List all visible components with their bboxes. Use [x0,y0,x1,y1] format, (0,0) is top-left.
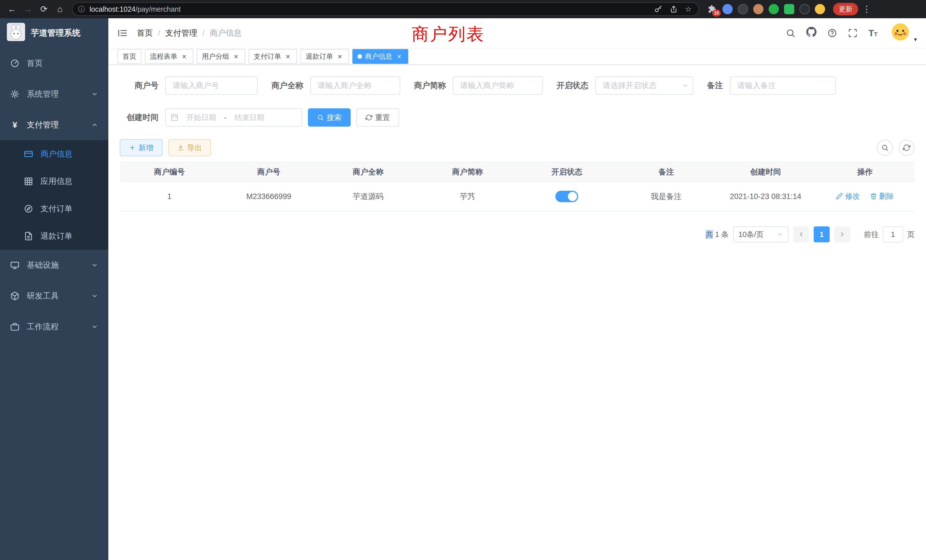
sidebar-item-refund-order[interactable]: 退款订单 [0,222,108,250]
annotation-merchant-list: 商户列表 [412,23,485,46]
end-date-input[interactable] [229,113,270,122]
dashboard-icon [10,59,20,68]
pencil-icon [836,193,843,200]
yen-icon: ¥ [10,120,20,130]
sidebar-item-devtools[interactable]: 研发工具 [0,281,108,311]
close-icon[interactable]: × [232,53,240,60]
sidebar-item-payment[interactable]: ¥ 支付管理 [0,109,108,140]
breadcrumb-payment[interactable]: 支付管理 [165,28,197,38]
reload-icon[interactable]: ⟳ [36,0,51,18]
merchant-no-input[interactable] [165,76,258,95]
grid-icon [24,177,33,186]
edit-button[interactable]: 修改 [836,191,860,201]
font-size-icon[interactable]: TT [869,29,878,38]
chevron-down-icon [91,292,98,300]
tab-process-form[interactable]: 流程表单× [145,49,193,64]
cell-short-name: 芋艿 [418,182,517,211]
search-icon [881,144,889,151]
fullscreen-icon[interactable] [848,28,858,38]
app-logo[interactable]: 芋道管理系统 [0,18,108,48]
sidebar-item-label: 首页 [27,58,43,69]
forward-icon[interactable]: → [21,0,35,18]
extension-icon-dark2[interactable] [799,4,809,14]
back-icon[interactable]: ← [5,0,20,18]
bookmark-star-icon[interactable]: ☆ [685,5,691,14]
sidebar-toggle-icon[interactable] [118,28,128,38]
prev-page-button[interactable] [793,226,809,242]
github-icon[interactable] [806,27,817,39]
sidebar-item-merchant-info[interactable]: 商户信息 [0,140,108,168]
status-select-input[interactable] [595,76,693,95]
sidebar-item-system[interactable]: 系统管理 [0,79,108,109]
extension-icon-avatar[interactable] [753,4,764,14]
chevron-down-icon [91,91,98,97]
sidebar-item-label: 研发工具 [27,291,59,301]
tab-merchant-info[interactable]: 商户信息× [353,49,408,64]
add-button[interactable]: 新增 [120,139,162,156]
short-name-input[interactable] [453,76,543,95]
full-name-input[interactable] [310,76,400,95]
share-icon[interactable] [670,5,678,13]
cell-full-name: 芋道源码 [318,182,418,211]
url-path: /pay/merchant [135,5,180,13]
page-1-button[interactable]: 1 [814,226,830,242]
cell-create-time: 2021-10-23 08:31:14 [716,182,816,211]
delete-button[interactable]: 删除 [870,191,894,201]
extension-icon-yellow-avatar[interactable] [815,4,825,14]
next-page-button[interactable] [834,226,850,242]
date-range-picker[interactable]: - [165,108,302,127]
sidebar: 芋道管理系统 首页 系统管理 ¥ 支付管理 商户信息 [0,18,108,560]
toggle-search-button[interactable] [877,140,893,156]
sidebar-item-home[interactable]: 首页 [0,48,108,79]
address-bar[interactable]: ⓘ localhost:1024/pay/merchant ☆ [72,2,699,16]
tab-refund-order[interactable]: 退款订单× [301,49,349,64]
site-info-icon[interactable]: ⓘ [78,5,85,14]
search-button[interactable]: 搜索 [308,108,351,127]
extension-icon-green-circle[interactable] [769,4,779,14]
remark-input[interactable] [730,76,836,95]
gear-icon [10,89,20,98]
extension-icon-green-square[interactable] [784,4,794,14]
close-icon[interactable]: × [180,53,188,60]
tab-label: 支付订单 [254,52,281,61]
tab-home[interactable]: 首页 [118,49,141,64]
status-select[interactable] [595,76,693,95]
export-button[interactable]: 导出 [168,139,211,156]
user-avatar[interactable]: ▾ [892,23,909,43]
page-size-select[interactable]: 10条/页 [733,226,788,242]
payment-submenu: 商户信息 应用信息 支付订单 退款订单 [0,140,108,250]
sidebar-item-infrastructure[interactable]: 基础设施 [0,250,108,281]
sidebar-item-workflow[interactable]: 工作流程 [0,311,108,342]
start-date-input[interactable] [181,113,222,122]
close-icon[interactable]: × [336,53,344,60]
col-merchant-code: 商户编号 [120,162,219,182]
chevron-up-icon [91,121,98,128]
close-icon[interactable]: × [395,53,403,60]
extensions-puzzle-icon[interactable]: 10 [707,4,717,14]
chrome-update-button[interactable]: 更新 [833,3,858,15]
sidebar-item-app-info[interactable]: 应用信息 [0,168,108,195]
tab-pay-order[interactable]: 支付订单× [249,49,297,64]
total-count-text: 1 条 [713,230,729,239]
cell-remark: 我是备注 [617,182,716,211]
url-text[interactable]: localhost:1024/pay/merchant [89,5,650,14]
close-icon[interactable]: × [284,53,292,60]
goto-page-input[interactable] [883,226,903,242]
logo-image [7,23,25,43]
reset-button[interactable]: 重置 [356,108,399,127]
tab-user-group[interactable]: 用户分组× [197,49,245,64]
cell-status [517,182,617,211]
help-icon[interactable] [828,28,837,38]
breadcrumb-home[interactable]: 首页 [137,28,153,38]
extension-icon-blue[interactable] [722,4,733,14]
search-icon[interactable] [786,28,796,38]
sidebar-item-pay-order[interactable]: 支付订单 [0,195,108,222]
extension-icon-dark[interactable] [738,4,748,14]
col-short-name: 商户简称 [418,162,517,182]
home-icon[interactable]: ⌂ [53,0,67,18]
status-toggle[interactable] [555,191,578,202]
refresh-table-button[interactable] [899,140,915,156]
active-dot [357,54,362,59]
browser-menu-icon[interactable]: ⋮ [859,0,874,18]
password-key-icon[interactable] [654,5,662,13]
